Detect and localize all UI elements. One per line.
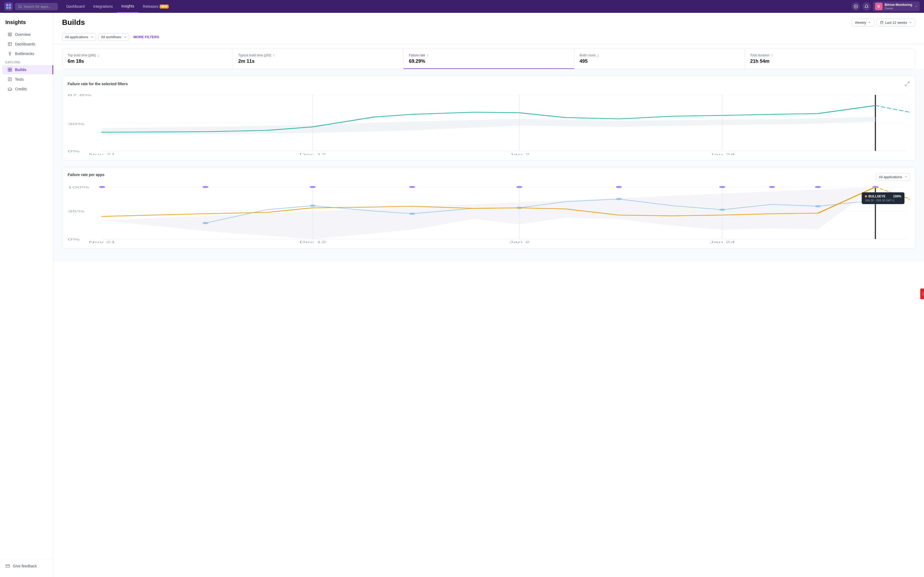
notifications-button[interactable] xyxy=(862,2,871,11)
chart2-app-filter[interactable]: All applications xyxy=(876,173,910,181)
dashboard-icon xyxy=(8,42,12,47)
header-controls: Weekly Last 12 weeks xyxy=(851,19,916,26)
svg-text:Nov 21: Nov 21 xyxy=(89,240,115,243)
metric-cards: Top build time (p90) ↓ 6m 18s Typical bu… xyxy=(62,48,916,69)
svg-rect-0 xyxy=(6,4,8,6)
svg-point-68 xyxy=(202,222,208,224)
svg-line-5 xyxy=(21,7,22,8)
credits-icon xyxy=(8,87,12,91)
metric-card-build-time-p90[interactable]: Top build time (p90) ↓ 6m 18s xyxy=(62,49,233,69)
period-dropdown[interactable]: Weekly xyxy=(851,19,874,26)
svg-point-60 xyxy=(310,186,316,188)
metric-value: 69.29% xyxy=(409,58,569,64)
sidebar-item-credits[interactable]: Credits xyxy=(2,84,51,93)
svg-point-61 xyxy=(409,186,415,188)
trend-icon: ↑ xyxy=(771,53,773,57)
svg-point-74 xyxy=(815,205,821,207)
svg-point-72 xyxy=(616,198,622,200)
metric-card-build-time-p50[interactable]: Typical build time (p50) ↑ 2m 11s xyxy=(233,49,404,69)
chevron-down-icon xyxy=(868,21,871,24)
metric-value: 6m 18s xyxy=(68,58,227,64)
failure-rate-chart: Failure rate for the selected filters 87… xyxy=(62,76,916,161)
search-placeholder: Search for apps... xyxy=(24,5,51,8)
svg-rect-12 xyxy=(8,35,10,36)
sidebar-item-tests[interactable]: Tests xyxy=(2,75,51,84)
more-filters-button[interactable]: MORE FILTERS xyxy=(131,34,161,40)
metric-card-total-duration[interactable]: Total duration ↑ 21h 54m xyxy=(745,49,915,69)
svg-rect-10 xyxy=(10,33,11,34)
add-button[interactable] xyxy=(851,2,860,11)
svg-point-16 xyxy=(9,52,11,54)
svg-rect-20 xyxy=(10,70,12,72)
metric-value: 495 xyxy=(580,58,739,64)
main-content: Builds Weekly Last 12 weeks xyxy=(53,13,924,577)
trend-icon: ↓ xyxy=(597,53,599,57)
give-feedback-button[interactable]: Give feedback xyxy=(0,561,53,571)
metric-value: 21h 54m xyxy=(750,58,910,64)
grid-icon xyxy=(8,32,12,37)
svg-rect-13 xyxy=(8,42,11,46)
svg-text:Jan 24: Jan 24 xyxy=(709,153,735,155)
app-logo[interactable] xyxy=(4,2,13,11)
explore-label: EXPLORE xyxy=(0,58,53,65)
workflow-filter[interactable]: All workflows xyxy=(98,33,129,41)
chevron-down-icon xyxy=(914,5,918,8)
calendar-icon xyxy=(880,21,884,24)
svg-text:100%: 100% xyxy=(68,185,89,189)
feedback-tab[interactable]: Feedback xyxy=(920,288,924,299)
nav-links: Dashboard Integrations Insights Releases… xyxy=(62,0,173,13)
trend-icon: ↑ xyxy=(427,53,428,57)
org-avatar: B xyxy=(875,3,882,10)
svg-rect-19 xyxy=(8,70,10,72)
nav-insights[interactable]: Insights xyxy=(117,0,139,13)
svg-point-66 xyxy=(815,186,821,188)
svg-point-59 xyxy=(202,186,208,188)
svg-text:0%: 0% xyxy=(68,238,80,241)
search-bar[interactable]: Search for apps... xyxy=(15,3,58,10)
chart1-area: 87.8% 30% 0% xyxy=(68,91,910,155)
chevron-down-icon xyxy=(909,21,912,24)
svg-point-64 xyxy=(719,186,725,188)
svg-text:Nov 21: Nov 21 xyxy=(89,153,115,155)
svg-text:Dec 12: Dec 12 xyxy=(299,240,326,243)
svg-text:Jan 2: Jan 2 xyxy=(509,240,530,243)
svg-rect-2 xyxy=(6,7,8,9)
nav-integrations[interactable]: Integrations xyxy=(89,0,117,13)
tests-icon xyxy=(8,77,12,82)
svg-line-32 xyxy=(905,84,907,86)
svg-point-62 xyxy=(516,186,522,188)
nav-dashboard[interactable]: Dashboard xyxy=(62,0,89,13)
sidebar-title: Insights xyxy=(0,17,53,30)
svg-point-69 xyxy=(310,205,316,207)
svg-point-65 xyxy=(769,186,775,188)
page-header: Builds Weekly Last 12 weeks xyxy=(53,13,924,31)
svg-rect-17 xyxy=(8,68,10,69)
svg-rect-27 xyxy=(880,21,883,24)
svg-rect-1 xyxy=(9,4,11,6)
sidebar-item-overview[interactable]: Overview xyxy=(2,30,51,39)
svg-point-70 xyxy=(409,213,415,215)
app-filter[interactable]: All applications xyxy=(62,33,96,41)
sidebar-item-dashboards[interactable]: Dashboards xyxy=(2,40,51,48)
nav-releases[interactable]: Releases NEW xyxy=(139,0,173,13)
sidebar: Insights Overview Dashboards xyxy=(0,13,53,577)
metric-card-build-count[interactable]: Build count ↓ 495 xyxy=(574,49,745,69)
charts-section: Failure rate for the selected filters 87… xyxy=(53,69,924,261)
sidebar-item-builds[interactable]: Builds xyxy=(2,65,53,74)
org-info: Bitrise-Monitoring Owner xyxy=(885,3,912,10)
chart2-title: Failure rate per apps xyxy=(68,172,105,177)
expand-icon[interactable] xyxy=(905,81,910,87)
range-dropdown[interactable]: Last 12 weeks xyxy=(877,19,916,26)
svg-rect-3 xyxy=(9,7,11,9)
trend-icon: ↓ xyxy=(97,53,99,57)
svg-point-25 xyxy=(8,88,11,90)
svg-text:Jan 24: Jan 24 xyxy=(709,240,735,243)
org-selector[interactable]: B Bitrise-Monitoring Owner xyxy=(873,2,920,11)
sidebar-item-bottlenecks[interactable]: Bottlenecks xyxy=(2,49,51,58)
metric-card-failure-rate[interactable]: Failure rate ↑ 69.29% xyxy=(404,49,574,69)
svg-text:0%: 0% xyxy=(68,150,80,153)
metric-value: 2m 11s xyxy=(238,58,398,64)
svg-text:87.8%: 87.8% xyxy=(68,93,91,97)
builds-icon xyxy=(8,67,12,72)
bulb-icon xyxy=(8,51,12,56)
